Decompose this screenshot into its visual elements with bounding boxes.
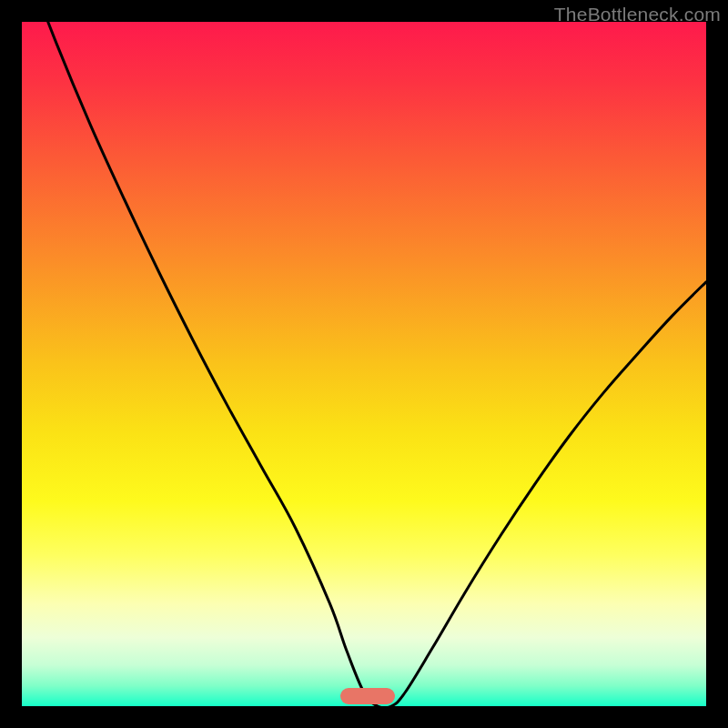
bottleneck-curve bbox=[22, 22, 706, 706]
chart-frame: TheBottleneck.com bbox=[0, 0, 728, 728]
chart-plot-area bbox=[22, 22, 706, 706]
watermark-text: TheBottleneck.com bbox=[554, 4, 721, 25]
optimal-range-marker bbox=[340, 688, 395, 704]
